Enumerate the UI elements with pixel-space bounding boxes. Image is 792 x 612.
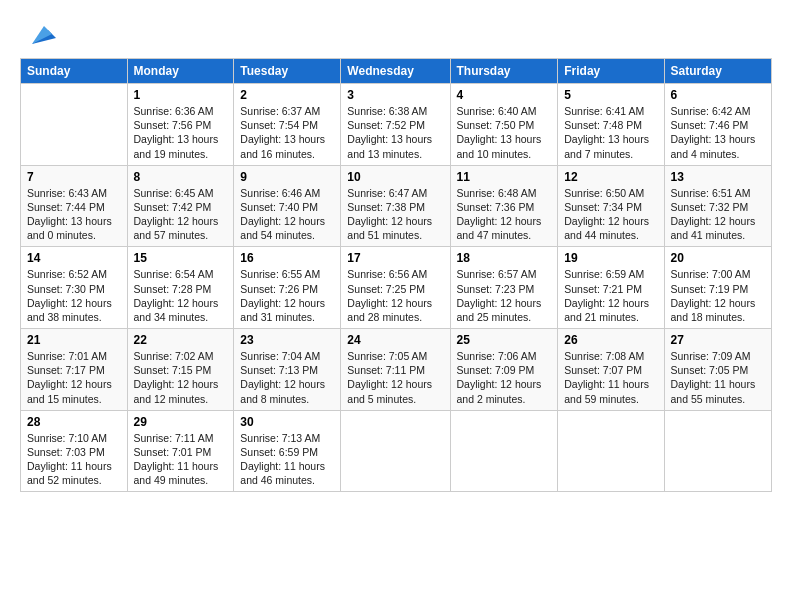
weekday-header-saturday: Saturday xyxy=(664,59,771,84)
calendar-cell: 13Sunrise: 6:51 AM Sunset: 7:32 PM Dayli… xyxy=(664,165,771,247)
day-number: 14 xyxy=(27,251,121,265)
day-info: Sunrise: 6:36 AM Sunset: 7:56 PM Dayligh… xyxy=(134,104,228,161)
calendar-cell xyxy=(664,410,771,492)
day-info: Sunrise: 6:57 AM Sunset: 7:23 PM Dayligh… xyxy=(457,267,552,324)
weekday-header-tuesday: Tuesday xyxy=(234,59,341,84)
calendar-cell: 11Sunrise: 6:48 AM Sunset: 7:36 PM Dayli… xyxy=(450,165,558,247)
day-info: Sunrise: 6:43 AM Sunset: 7:44 PM Dayligh… xyxy=(27,186,121,243)
calendar-cell xyxy=(341,410,450,492)
day-info: Sunrise: 6:52 AM Sunset: 7:30 PM Dayligh… xyxy=(27,267,121,324)
day-number: 7 xyxy=(27,170,121,184)
day-number: 30 xyxy=(240,415,334,429)
week-row-2: 7Sunrise: 6:43 AM Sunset: 7:44 PM Daylig… xyxy=(21,165,772,247)
day-number: 15 xyxy=(134,251,228,265)
day-info: Sunrise: 6:59 AM Sunset: 7:21 PM Dayligh… xyxy=(564,267,657,324)
day-number: 25 xyxy=(457,333,552,347)
week-row-4: 21Sunrise: 7:01 AM Sunset: 7:17 PM Dayli… xyxy=(21,329,772,411)
calendar-cell: 2Sunrise: 6:37 AM Sunset: 7:54 PM Daylig… xyxy=(234,84,341,166)
day-number: 4 xyxy=(457,88,552,102)
calendar-cell: 30Sunrise: 7:13 AM Sunset: 6:59 PM Dayli… xyxy=(234,410,341,492)
day-info: Sunrise: 7:09 AM Sunset: 7:05 PM Dayligh… xyxy=(671,349,765,406)
day-info: Sunrise: 7:06 AM Sunset: 7:09 PM Dayligh… xyxy=(457,349,552,406)
calendar-cell: 1Sunrise: 6:36 AM Sunset: 7:56 PM Daylig… xyxy=(127,84,234,166)
calendar-cell: 29Sunrise: 7:11 AM Sunset: 7:01 PM Dayli… xyxy=(127,410,234,492)
day-number: 29 xyxy=(134,415,228,429)
calendar-cell: 9Sunrise: 6:46 AM Sunset: 7:40 PM Daylig… xyxy=(234,165,341,247)
calendar-cell: 27Sunrise: 7:09 AM Sunset: 7:05 PM Dayli… xyxy=(664,329,771,411)
day-info: Sunrise: 7:02 AM Sunset: 7:15 PM Dayligh… xyxy=(134,349,228,406)
calendar-cell: 23Sunrise: 7:04 AM Sunset: 7:13 PM Dayli… xyxy=(234,329,341,411)
day-number: 24 xyxy=(347,333,443,347)
day-info: Sunrise: 6:38 AM Sunset: 7:52 PM Dayligh… xyxy=(347,104,443,161)
day-info: Sunrise: 7:01 AM Sunset: 7:17 PM Dayligh… xyxy=(27,349,121,406)
weekday-header-friday: Friday xyxy=(558,59,664,84)
calendar-cell: 22Sunrise: 7:02 AM Sunset: 7:15 PM Dayli… xyxy=(127,329,234,411)
page: SundayMondayTuesdayWednesdayThursdayFrid… xyxy=(0,0,792,612)
day-number: 27 xyxy=(671,333,765,347)
day-number: 28 xyxy=(27,415,121,429)
logo xyxy=(20,16,56,48)
day-info: Sunrise: 7:05 AM Sunset: 7:11 PM Dayligh… xyxy=(347,349,443,406)
weekday-header-monday: Monday xyxy=(127,59,234,84)
day-number: 19 xyxy=(564,251,657,265)
week-row-3: 14Sunrise: 6:52 AM Sunset: 7:30 PM Dayli… xyxy=(21,247,772,329)
calendar-cell: 16Sunrise: 6:55 AM Sunset: 7:26 PM Dayli… xyxy=(234,247,341,329)
calendar-cell: 14Sunrise: 6:52 AM Sunset: 7:30 PM Dayli… xyxy=(21,247,128,329)
day-info: Sunrise: 7:00 AM Sunset: 7:19 PM Dayligh… xyxy=(671,267,765,324)
calendar-cell: 19Sunrise: 6:59 AM Sunset: 7:21 PM Dayli… xyxy=(558,247,664,329)
day-info: Sunrise: 6:40 AM Sunset: 7:50 PM Dayligh… xyxy=(457,104,552,161)
day-info: Sunrise: 7:10 AM Sunset: 7:03 PM Dayligh… xyxy=(27,431,121,488)
calendar-cell: 7Sunrise: 6:43 AM Sunset: 7:44 PM Daylig… xyxy=(21,165,128,247)
calendar-cell: 8Sunrise: 6:45 AM Sunset: 7:42 PM Daylig… xyxy=(127,165,234,247)
day-number: 2 xyxy=(240,88,334,102)
weekday-header-wednesday: Wednesday xyxy=(341,59,450,84)
day-info: Sunrise: 6:50 AM Sunset: 7:34 PM Dayligh… xyxy=(564,186,657,243)
day-info: Sunrise: 6:51 AM Sunset: 7:32 PM Dayligh… xyxy=(671,186,765,243)
day-number: 8 xyxy=(134,170,228,184)
calendar-cell: 25Sunrise: 7:06 AM Sunset: 7:09 PM Dayli… xyxy=(450,329,558,411)
day-number: 6 xyxy=(671,88,765,102)
week-row-1: 1Sunrise: 6:36 AM Sunset: 7:56 PM Daylig… xyxy=(21,84,772,166)
day-number: 11 xyxy=(457,170,552,184)
header xyxy=(20,16,772,48)
calendar-cell: 12Sunrise: 6:50 AM Sunset: 7:34 PM Dayli… xyxy=(558,165,664,247)
day-info: Sunrise: 6:56 AM Sunset: 7:25 PM Dayligh… xyxy=(347,267,443,324)
day-number: 22 xyxy=(134,333,228,347)
calendar-cell: 21Sunrise: 7:01 AM Sunset: 7:17 PM Dayli… xyxy=(21,329,128,411)
calendar-cell: 4Sunrise: 6:40 AM Sunset: 7:50 PM Daylig… xyxy=(450,84,558,166)
day-number: 17 xyxy=(347,251,443,265)
calendar-cell: 15Sunrise: 6:54 AM Sunset: 7:28 PM Dayli… xyxy=(127,247,234,329)
calendar-cell xyxy=(21,84,128,166)
day-number: 12 xyxy=(564,170,657,184)
calendar-cell: 17Sunrise: 6:56 AM Sunset: 7:25 PM Dayli… xyxy=(341,247,450,329)
day-number: 1 xyxy=(134,88,228,102)
calendar-table: SundayMondayTuesdayWednesdayThursdayFrid… xyxy=(20,58,772,492)
day-info: Sunrise: 6:42 AM Sunset: 7:46 PM Dayligh… xyxy=(671,104,765,161)
day-info: Sunrise: 6:55 AM Sunset: 7:26 PM Dayligh… xyxy=(240,267,334,324)
calendar-cell: 28Sunrise: 7:10 AM Sunset: 7:03 PM Dayli… xyxy=(21,410,128,492)
calendar-cell xyxy=(450,410,558,492)
calendar-cell: 18Sunrise: 6:57 AM Sunset: 7:23 PM Dayli… xyxy=(450,247,558,329)
calendar-cell: 5Sunrise: 6:41 AM Sunset: 7:48 PM Daylig… xyxy=(558,84,664,166)
day-number: 21 xyxy=(27,333,121,347)
day-info: Sunrise: 6:48 AM Sunset: 7:36 PM Dayligh… xyxy=(457,186,552,243)
day-info: Sunrise: 6:41 AM Sunset: 7:48 PM Dayligh… xyxy=(564,104,657,161)
calendar-cell: 3Sunrise: 6:38 AM Sunset: 7:52 PM Daylig… xyxy=(341,84,450,166)
day-number: 5 xyxy=(564,88,657,102)
day-info: Sunrise: 6:45 AM Sunset: 7:42 PM Dayligh… xyxy=(134,186,228,243)
logo-icon xyxy=(24,16,56,48)
weekday-header-thursday: Thursday xyxy=(450,59,558,84)
day-info: Sunrise: 7:13 AM Sunset: 6:59 PM Dayligh… xyxy=(240,431,334,488)
day-info: Sunrise: 7:11 AM Sunset: 7:01 PM Dayligh… xyxy=(134,431,228,488)
weekday-header-row: SundayMondayTuesdayWednesdayThursdayFrid… xyxy=(21,59,772,84)
day-info: Sunrise: 6:46 AM Sunset: 7:40 PM Dayligh… xyxy=(240,186,334,243)
calendar-cell xyxy=(558,410,664,492)
day-info: Sunrise: 6:54 AM Sunset: 7:28 PM Dayligh… xyxy=(134,267,228,324)
day-number: 10 xyxy=(347,170,443,184)
day-number: 20 xyxy=(671,251,765,265)
day-info: Sunrise: 6:47 AM Sunset: 7:38 PM Dayligh… xyxy=(347,186,443,243)
day-number: 26 xyxy=(564,333,657,347)
day-number: 13 xyxy=(671,170,765,184)
day-info: Sunrise: 6:37 AM Sunset: 7:54 PM Dayligh… xyxy=(240,104,334,161)
calendar-cell: 6Sunrise: 6:42 AM Sunset: 7:46 PM Daylig… xyxy=(664,84,771,166)
